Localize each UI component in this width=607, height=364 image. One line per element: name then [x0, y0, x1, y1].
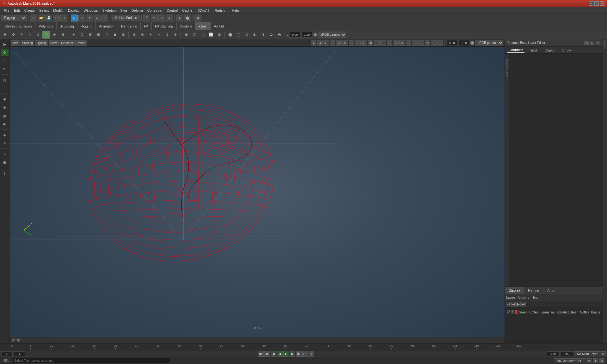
sidebar-geometry-btn[interactable]: ◻ [1, 76, 9, 84]
layers-menu[interactable]: Layers [506, 296, 516, 299]
right-scrollbar[interactable] [603, 39, 607, 343]
vp-view-menu[interactable]: View [11, 40, 20, 46]
undo-btn[interactable]: ↩ [53, 15, 60, 21]
tool-icon-14[interactable]: ◼ [111, 31, 119, 39]
render-icon-3[interactable]: ⊙ [243, 31, 250, 39]
vp-icon-7[interactable]: ⊗ [349, 40, 354, 46]
sidebar-paint-btn[interactable]: ✏ [1, 65, 9, 73]
minimize-button[interactable]: − [589, 1, 593, 6]
layer-visibility-0[interactable]: V [507, 310, 510, 314]
layer-playback-0[interactable]: P [511, 310, 514, 314]
vp-icon-9[interactable]: ⊞ [361, 40, 367, 46]
vp-icon-5[interactable]: ◈ [336, 40, 342, 46]
tool-icon-13[interactable]: ◻ [103, 31, 110, 39]
close-button[interactable]: ✕ [600, 1, 604, 6]
layer-row-0[interactable]: V P Green_Coffee_Beans_mb_standart:Green… [506, 309, 601, 316]
tab-rigging[interactable]: Rigging [77, 22, 96, 30]
tool-icon-1[interactable]: ◉ [1, 31, 9, 39]
snap-grid-btn[interactable]: # [143, 15, 150, 21]
menu-skeleton[interactable]: Skeleton [100, 8, 118, 13]
sidebar-deform-btn[interactable]: ⤡ [1, 150, 9, 158]
open-scene-btn[interactable]: 📂 [38, 15, 45, 21]
sidebar-rig-btn[interactable]: ⊞ [1, 159, 9, 166]
no-character-set-dropdown[interactable]: No Character Set [554, 358, 592, 363]
sidebar-layer-btn[interactable]: ▦ [1, 112, 9, 119]
channel-tab-object[interactable]: Object [543, 48, 556, 53]
tab-fx-caching[interactable]: FX Caching [152, 22, 176, 30]
vp-icon-19[interactable]: ◰ [425, 40, 430, 46]
move-tool-btn[interactable]: ✛ [86, 15, 93, 21]
scrollbar-thumb[interactable] [604, 40, 606, 49]
tool-icon-26[interactable]: ▦ [215, 31, 223, 39]
tool-icon-17[interactable]: ⊖ [138, 31, 146, 39]
tab-sculpting[interactable]: Sculpting [57, 22, 77, 30]
vp-shading-menu[interactable]: Shading [21, 40, 34, 46]
layers-nav-last[interactable]: ⏭ [521, 302, 526, 306]
maximize-button[interactable]: □ [594, 1, 599, 6]
anim-range-end[interactable] [561, 351, 573, 356]
menu-create[interactable]: Create [22, 8, 37, 13]
tool-icon-18[interactable]: ✦ [147, 31, 154, 39]
tool-icon-7[interactable]: ⊗ [51, 31, 58, 39]
new-scene-btn[interactable]: 🗋 [30, 15, 37, 21]
vp-icon-8[interactable]: ✦ [355, 40, 361, 46]
lasso-tool-btn[interactable]: ⊙ [78, 15, 85, 21]
menu-display[interactable]: Display [66, 8, 81, 13]
help-menu[interactable]: Help [531, 296, 538, 299]
vp-icon-6[interactable]: ⊕ [342, 40, 348, 46]
alpha-input[interactable] [289, 32, 301, 38]
render-icon-7[interactable]: ◓ [276, 31, 283, 39]
no-live-surface[interactable]: No Live Surface [112, 15, 140, 21]
render-icon-4[interactable]: ◐ [251, 31, 259, 39]
anim-play-fwd[interactable]: ▶ [283, 351, 289, 357]
anim-play-back[interactable]: ◀ [277, 351, 283, 357]
tab-rendering[interactable]: Rendering [118, 22, 141, 30]
vp-icon-17[interactable]: ⊷ [412, 40, 418, 46]
vp-icon-13[interactable]: ⊘ [387, 40, 392, 46]
anim-prev-frame[interactable]: ◀| [264, 351, 270, 357]
vp-icon-14[interactable]: ◎ [393, 40, 399, 46]
vp-show-menu[interactable]: Show [49, 40, 59, 46]
vp-icon-21[interactable]: ◲ [437, 40, 443, 46]
panel-shrink-btn[interactable]: ≪ [584, 41, 589, 45]
sidebar-select-btn[interactable]: ▶ [1, 40, 9, 48]
sidebar-lasso-btn[interactable]: ⌖ [1, 57, 9, 64]
save-scene-btn[interactable]: 💾 [45, 15, 52, 21]
display-tab-display[interactable]: Display [505, 287, 524, 294]
layers-nav-first[interactable]: ⏮ [506, 302, 511, 306]
menu-help[interactable]: Help [230, 8, 241, 13]
show-ui-btn[interactable]: ▦ [194, 15, 201, 21]
menu-3dtoall[interactable]: -3DtoAll- [195, 8, 212, 13]
menu-cache[interactable]: Cache [180, 8, 194, 13]
mel-input[interactable] [13, 358, 171, 364]
tool-icon-12[interactable]: ⊠ [95, 31, 102, 39]
tab-curves-surfaces[interactable]: Curves / Surfaces [1, 22, 35, 30]
tool-icon-5[interactable]: ⊛ [34, 31, 42, 39]
menu-select[interactable]: Select [37, 8, 51, 13]
tab-polygons[interactable]: Polygons [35, 22, 56, 30]
options-menu[interactable]: Options [518, 296, 529, 299]
vp-panels-menu[interactable]: Panels [75, 40, 87, 46]
select-tool-btn[interactable]: ▶ [71, 15, 78, 21]
sidebar-curve-btn[interactable]: ⌒ [1, 84, 9, 92]
anim-start-frame[interactable] [1, 351, 13, 356]
status-icon-1[interactable]: ⊕ [593, 358, 598, 363]
channel-tab-channels[interactable]: Channels [507, 47, 524, 53]
anim-current-frame[interactable] [14, 351, 25, 356]
display-tab-anim[interactable]: Anim [543, 287, 559, 294]
vp-icon-18[interactable]: ⊸ [418, 40, 424, 46]
tool-icon-6[interactable]: ◎ [42, 31, 50, 39]
vp-icon-3[interactable]: ⊡ [323, 40, 329, 46]
tab-arnold[interactable]: Arnold [211, 22, 228, 30]
render-icon-2[interactable]: ◯ [235, 31, 242, 39]
menu-constrain[interactable]: Constrain [145, 8, 164, 13]
sidebar-extra-btn[interactable]: ⋮ [1, 170, 9, 177]
menu-modify[interactable]: Modify [51, 8, 65, 13]
tool-icon-2[interactable]: ✛ [9, 31, 17, 39]
render-icon-1[interactable]: ⬤ [226, 31, 234, 39]
workspace-dropdown[interactable]: Rigging [1, 15, 27, 21]
viewport-canvas[interactable]: Y Z X persp [9, 47, 505, 337]
vp-icon-4[interactable]: ⊙ [330, 40, 335, 46]
tool-icon-16[interactable]: ⊕ [130, 31, 138, 39]
menu-file[interactable]: File [2, 8, 11, 13]
